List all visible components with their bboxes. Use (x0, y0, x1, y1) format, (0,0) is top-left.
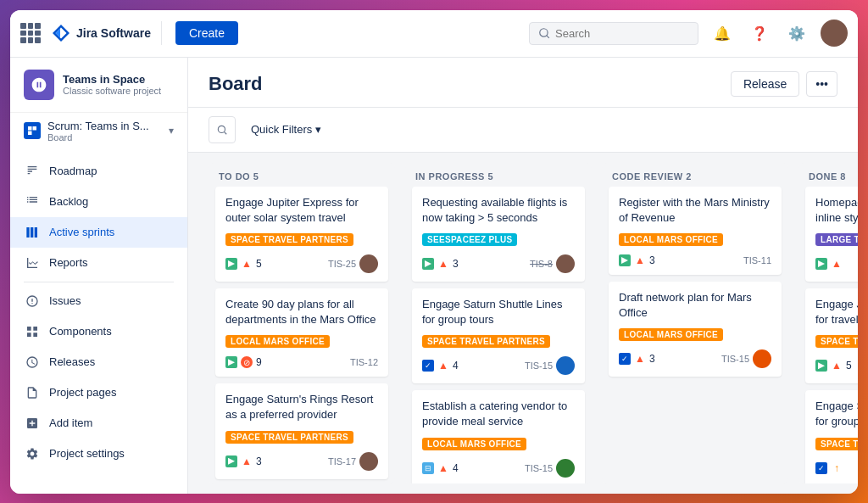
svg-rect-3 (33, 126, 37, 131)
chevron-down-icon: ▾ (169, 125, 174, 137)
sidebar-item-add-item[interactable]: Add item (10, 408, 187, 439)
table-row[interactable]: Establish a catering vendor to provide m… (412, 390, 585, 483)
check-icon: ✓ (619, 353, 631, 365)
card-title: Engage Jupiter Express for outer solar s… (225, 195, 378, 226)
kanban-col-inprogress: IN PROGRESS 5Requesting available flight… (405, 163, 592, 483)
scrum-board-icon (24, 122, 41, 139)
notifications-button[interactable]: 🔔 (709, 20, 736, 47)
release-button[interactable]: Release (731, 71, 799, 97)
card-title: Engage JetShuttle SpaceWays for travel (815, 297, 858, 327)
sidebar-item-label-roadmap: Roadmap (49, 165, 97, 177)
quick-filters-button[interactable]: Quick Filters ▾ (244, 120, 328, 139)
card-count: 9 (256, 356, 262, 368)
app-window: Jira Software Create 🔔 ❓ ⚙️ Teams in Sp (10, 10, 858, 494)
search-box[interactable] (529, 22, 698, 45)
board-header: Board Release ••• (188, 58, 858, 108)
card-id: TIS-11 (743, 255, 771, 265)
card-tag: SPACE TRAVEL PARTNERS (815, 335, 858, 348)
sidebar-item-reports[interactable]: Reports (10, 248, 187, 278)
card-tag: SPACE TRAVEL PARTNERS (225, 431, 353, 444)
card-tag: LOCAL MARS OFFICE (225, 335, 330, 348)
table-row[interactable]: Engage Saturn Shuttle Lines for group to… (412, 288, 585, 383)
sidebar-item-active-sprints[interactable]: Active sprints (10, 217, 187, 248)
col-cards-codereview: Register with the Mars Ministry of Reven… (602, 187, 788, 483)
sidebar-item-roadmap[interactable]: Roadmap (10, 156, 187, 187)
jira-logo[interactable]: Jira Software (51, 23, 151, 43)
table-row[interactable]: Engage JetShuttle SpaceWays for travelSP… (805, 288, 858, 383)
sidebar-item-label-releases: Releases (49, 355, 95, 368)
kanban-col-todo: TO DO 5Engage Jupiter Express for outer … (209, 163, 395, 483)
col-header-todo: TO DO 5 (209, 163, 395, 187)
table-row[interactable]: Requesting available flights is now taki… (412, 187, 585, 282)
table-row[interactable]: Register with the Mars Ministry of Reven… (609, 187, 782, 275)
components-icon (24, 323, 41, 340)
reports-icon (24, 254, 41, 271)
story-icon (225, 356, 237, 368)
card-count: 3 (453, 258, 459, 270)
card-avatar (753, 349, 771, 368)
table-row[interactable]: Engage Saturn's Rings Resort as a prefer… (215, 383, 388, 478)
backlog-icon (24, 193, 41, 210)
grid-menu-icon[interactable] (20, 23, 41, 43)
card-title: Engage Saturn Shuttle Lines for group to… (422, 297, 575, 327)
card-footer: ▲5TIS-23 (815, 356, 858, 375)
project-settings-icon (24, 445, 41, 462)
col-header-inprogress: IN PROGRESS 5 (405, 163, 592, 187)
filter-bar: Quick Filters ▾ (188, 108, 858, 153)
sidebar-item-project-pages[interactable]: Project pages (10, 377, 187, 408)
card-count: 3 (649, 254, 655, 266)
story-icon (422, 258, 434, 270)
card-footer: ✓↑TIS-15 (815, 459, 858, 478)
settings-button[interactable]: ⚙️ (783, 20, 810, 47)
card-footer: ✓▲3TIS-15 (619, 349, 771, 368)
sidebar-item-project-settings[interactable]: Project settings (10, 439, 187, 469)
story-icon (619, 254, 631, 266)
sidebar-item-releases[interactable]: Releases (10, 347, 187, 377)
blocked-icon: ⊘ (241, 356, 253, 368)
sidebar-scrum-item[interactable]: Scrum: Teams in S... Board ▾ (10, 113, 187, 149)
create-button[interactable]: Create (175, 21, 238, 45)
card-tag: LOCAL MARS OFFICE (619, 233, 723, 246)
sidebar-item-label-add-item: Add item (49, 416, 92, 429)
card-footer: ▲3TIS-11 (619, 254, 771, 266)
card-icons: ▲3 (422, 258, 526, 270)
svg-point-11 (218, 126, 225, 132)
kanban-col-codereview: CODE REVIEW 2Register with the Mars Mini… (602, 163, 788, 483)
kanban-col-done: DONE 8Homepage footer uses an inline sty… (798, 163, 858, 483)
table-row[interactable]: Homepage footer uses an inline style–sho… (805, 187, 858, 282)
project-name: Teams in Space (63, 73, 174, 86)
table-row[interactable]: Create 90 day plans for all departments … (215, 288, 388, 377)
card-icons: ⊟▲4 (422, 462, 521, 474)
card-title: Establish a catering vendor to provide m… (422, 399, 575, 429)
user-avatar[interactable] (821, 20, 848, 47)
releases-icon (24, 354, 41, 371)
sidebar-item-label-backlog: Backlog (49, 195, 88, 208)
top-nav: Jira Software Create 🔔 ❓ ⚙️ (10, 10, 858, 58)
card-count: 4 (453, 360, 459, 372)
sidebar-item-components[interactable]: Components (10, 316, 187, 347)
card-footer: ▲TIS-68 (815, 254, 858, 273)
project-info: Teams in Space Classic software project (63, 73, 174, 96)
table-row[interactable]: Draft network plan for Mars OfficeLOCAL … (609, 282, 782, 377)
sidebar-item-label-project-settings: Project settings (49, 447, 125, 460)
card-footer: ▲5TIS-25 (225, 254, 378, 273)
story-icon (815, 258, 827, 270)
table-row[interactable]: Engage Jupiter Express for outer solar s… (215, 187, 388, 282)
sidebar-item-backlog[interactable]: Backlog (10, 187, 187, 217)
table-row[interactable]: Engage Saturn Shuttle Lines for group to… (805, 390, 858, 483)
help-button[interactable]: ❓ (746, 20, 773, 47)
search-input[interactable] (555, 27, 674, 40)
filter-search-icon[interactable] (209, 116, 236, 143)
scrum-info: Scrum: Teams in S... Board (47, 120, 162, 143)
card-title: Engage Saturn Shuttle Lines for group to… (815, 399, 858, 429)
more-options-button[interactable]: ••• (806, 71, 837, 97)
card-tag: LOCAL MARS OFFICE (619, 328, 723, 341)
card-footer: ⊟▲4TIS-15 (422, 459, 575, 478)
svg-point-10 (31, 303, 32, 304)
sidebar-item-issues[interactable]: Issues (10, 286, 187, 316)
card-title: Draft network plan for Mars Office (619, 290, 771, 321)
story-icon (225, 455, 237, 467)
story-icon (225, 258, 237, 270)
sidebar-item-label-components: Components (49, 325, 112, 338)
sidebar-item-label-issues: Issues (49, 294, 81, 307)
